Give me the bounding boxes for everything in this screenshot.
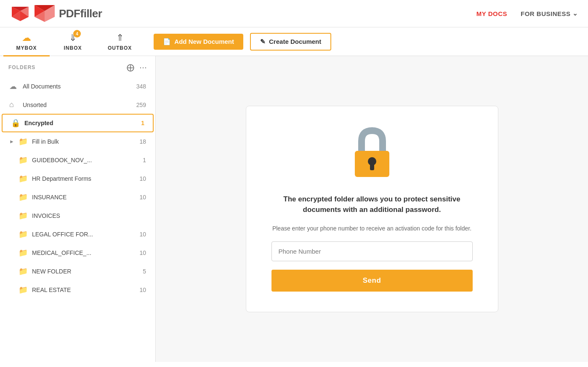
logo-text: PDFfiller [59, 7, 102, 20]
chevron-right-icon: ► [9, 139, 14, 145]
chevron-down-icon: ⌄ [572, 10, 578, 17]
folder-icon: 📁 [19, 248, 28, 257]
folders-actions: ⨁ ⋯ [127, 63, 147, 72]
nav-forbusiness[interactable]: FOR BUSINESS ⌄ [521, 10, 578, 17]
inbox-label: INBOX [64, 45, 82, 51]
create-icon: ✎ [260, 38, 266, 46]
folders-header: FOLDERS ⨁ ⋯ [0, 63, 155, 77]
encrypted-card: The encrypted folder allows you to prote… [246, 106, 498, 312]
folder-name: LEGAL OFFICE FOR... [32, 231, 132, 238]
lock-svg [349, 126, 395, 181]
folder-icon: 📁 [19, 155, 28, 165]
folder-count: 348 [136, 83, 146, 90]
tab-mybox[interactable]: ☁ MYBOX [3, 27, 50, 56]
lock-icon: 🔒 [11, 118, 20, 128]
folder-icon: 📁 [19, 230, 28, 239]
tabs-bar: ☁ MYBOX ⇓ 4 INBOX ⇑ OUTBOX 📄 Add New Doc… [0, 27, 588, 56]
sidebar-item-encrypted[interactable]: 🔒 Encrypted 1 [2, 114, 154, 132]
folder-name: INVOICES [32, 212, 132, 219]
inbox-badge: 4 [73, 30, 81, 38]
folder-count: 5 [136, 268, 146, 275]
folder-name: HR Department Forms [32, 175, 132, 182]
folder-name: Encrypted [24, 120, 130, 126]
create-document-button[interactable]: ✎ Create Document [250, 33, 331, 51]
sidebar-item-real-estate[interactable]: 📁 REAL ESTATE 10 [0, 281, 155, 299]
sidebar-item-hr-forms[interactable]: 📁 HR Department Forms 10 [0, 169, 155, 188]
folder-count: 10 [136, 175, 146, 182]
main-content: FOLDERS ⨁ ⋯ ☁ All Documents 348 ⌂ Unsort… [0, 56, 588, 362]
phone-number-input[interactable] [271, 241, 473, 261]
folder-icon: 📁 [19, 174, 28, 183]
sidebar: FOLDERS ⨁ ⋯ ☁ All Documents 348 ⌂ Unsort… [0, 56, 156, 362]
outbox-label: OUTBOX [108, 45, 132, 51]
folder-icon: 📁 [19, 285, 28, 295]
folder-count: 1 [136, 157, 146, 163]
mybox-icon: ☁ [22, 32, 31, 43]
folder-count: 1 [134, 120, 144, 126]
folders-title: FOLDERS [8, 64, 35, 70]
folder-name: All Documents [23, 83, 132, 90]
add-document-icon: 📄 [163, 38, 171, 46]
folder-name: REAL ESTATE [32, 287, 132, 293]
folder-count: 10 [136, 287, 146, 293]
folder-name: MEDICAL_OFFICE_... [32, 249, 132, 256]
cloud-icon: ☁ [9, 82, 19, 91]
tabs-actions: 📄 Add New Document ✎ Create Document [154, 27, 331, 56]
folder-count: 10 [136, 249, 146, 256]
sidebar-item-unsorted[interactable]: ⌂ Unsorted 259 [0, 96, 155, 114]
header: PDFfiller MY DOCS FOR BUSINESS ⌄ [0, 0, 588, 27]
logo[interactable]: PDFfiller [10, 4, 102, 23]
folder-name: Fill in Bulk [32, 138, 132, 145]
add-folder-icon[interactable]: ⨁ [127, 63, 134, 72]
sidebar-item-medical[interactable]: 📁 MEDICAL_OFFICE_... 10 [0, 244, 155, 262]
folder-count: 10 [136, 194, 146, 201]
tab-outbox[interactable]: ⇑ OUTBOX [96, 27, 144, 56]
sidebar-item-guidebook[interactable]: 📁 GUIDEBOOK_NOV_... 1 [0, 151, 155, 169]
nav-mydocs[interactable]: MY DOCS [476, 10, 507, 17]
header-nav: MY DOCS FOR BUSINESS ⌄ [476, 10, 578, 17]
send-button[interactable]: Send [271, 270, 473, 292]
lock-illustration [349, 126, 395, 181]
folder-name: Unsorted [23, 102, 132, 108]
folder-name: NEW FOLDER [32, 268, 132, 275]
logo-icon [10, 5, 30, 22]
sidebar-item-new-folder[interactable]: 📁 NEW FOLDER 5 [0, 262, 155, 281]
home-icon: ⌂ [9, 100, 19, 109]
card-title: The encrypted folder allows you to prote… [271, 194, 473, 215]
logo-svg [34, 4, 56, 23]
folder-name: INSURANCE [32, 194, 132, 201]
folder-icon: 📁 [19, 193, 28, 202]
card-description: Please enter your phone number to receiv… [272, 224, 471, 233]
sidebar-item-all-documents[interactable]: ☁ All Documents 348 [0, 77, 155, 96]
sidebar-item-legal[interactable]: 📁 LEGAL OFFICE FOR... 10 [0, 225, 155, 244]
inbox-icon: ⇓ 4 [69, 32, 77, 43]
more-options-icon[interactable]: ⋯ [139, 63, 147, 72]
tab-inbox[interactable]: ⇓ 4 INBOX [50, 27, 96, 56]
mybox-label: MYBOX [16, 45, 37, 51]
folder-count: 259 [136, 102, 146, 108]
folder-count: 18 [136, 138, 146, 145]
svg-rect-13 [370, 163, 374, 170]
add-new-document-button[interactable]: 📄 Add New Document [154, 34, 243, 50]
folder-icon: 📁 [19, 137, 28, 146]
folder-name: GUIDEBOOK_NOV_... [32, 157, 132, 163]
folder-icon: 📁 [19, 267, 28, 276]
folder-icon: 📁 [19, 211, 28, 220]
outbox-icon: ⇑ [116, 32, 124, 43]
folder-count: 10 [136, 231, 146, 238]
main-panel: The encrypted folder allows you to prote… [156, 56, 588, 362]
sidebar-item-insurance[interactable]: 📁 INSURANCE 10 [0, 188, 155, 206]
sidebar-item-fill-in-bulk[interactable]: ► 📁 Fill in Bulk 18 [0, 132, 155, 151]
sidebar-item-invoices[interactable]: 📁 INVOICES [0, 206, 155, 225]
